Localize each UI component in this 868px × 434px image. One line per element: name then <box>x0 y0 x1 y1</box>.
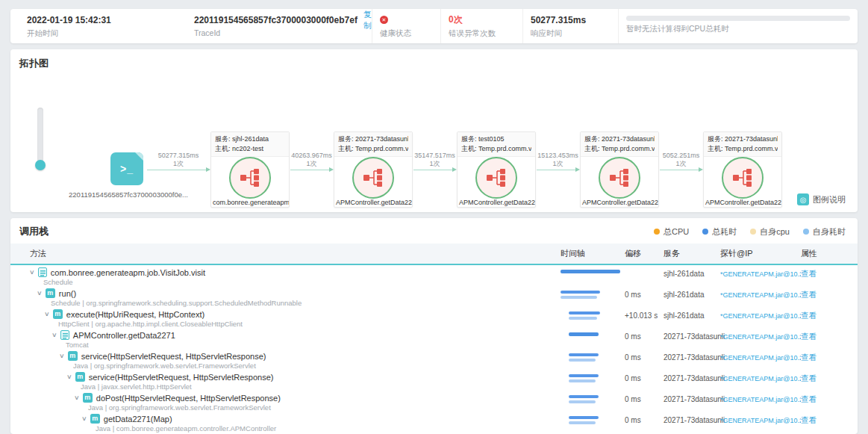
collapse-caret-icon[interactable]: ∨ <box>81 415 87 422</box>
start-time-cell: 2022-01-19 15:42:31 开始时间 <box>10 9 187 43</box>
probe-link[interactable]: *GENERATEAPM.jar@10.241.3.204 <box>720 370 801 382</box>
service-node-icon[interactable] <box>599 157 640 199</box>
table-row[interactable]: ∨ m service(HttpServletRequest, HttpServ… <box>10 349 858 370</box>
probe-link[interactable]: *GENERATEAPM.jar@10.241.3.202 <box>720 286 801 299</box>
node-service: 20271-73datasunli <box>602 135 655 143</box>
legend-item: 自身cpu <box>750 226 790 238</box>
health-status-cell: ✕ 健康状态 <box>372 9 440 43</box>
cpu-total-label: 暂时无法计算得到CPU总耗时 <box>626 24 858 34</box>
legend-item: 自身耗时 <box>803 226 846 238</box>
collapse-caret-icon[interactable]: ∨ <box>44 311 50 317</box>
method-icon: m <box>83 393 93 403</box>
view-link[interactable]: 查看 <box>801 265 838 279</box>
view-link[interactable]: 查看 <box>801 412 838 426</box>
class-icon <box>60 330 69 340</box>
probe-link[interactable]: *GENERATEAPM.jar@10.241.3.204 <box>720 412 801 424</box>
timeline-bar-self <box>569 421 596 424</box>
collapse-caret-icon[interactable]: ∨ <box>51 332 57 338</box>
node-header: 服务: 20271-73datasunli 主机: Temp.prd.comm.… <box>581 132 658 157</box>
table-row[interactable]: ∨ m execute(HttpUriRequest, HttpContext)… <box>10 307 858 328</box>
service-cell: 20271-73datasunli <box>664 370 720 382</box>
legend-button-label: 图例说明 <box>813 194 846 205</box>
col-offset: 偏移 <box>625 248 664 259</box>
view-link[interactable]: 查看 <box>801 328 838 342</box>
col-attr: 属性 <box>801 248 838 259</box>
topology-node[interactable]: 服务: test0105 主机: Temp.prd.comm.vm.by.idc… <box>457 131 536 208</box>
table-row[interactable]: ∨ m APMController.getData2271 Tomcat 0 m… <box>10 328 858 349</box>
collapse-caret-icon[interactable]: ∨ <box>37 290 43 297</box>
edge-line <box>537 170 576 170</box>
probe-link[interactable]: *GENERATEAPM.jar@10.241.3.204 <box>720 328 801 341</box>
node-header: 服务: 20271-73datasunli 主机: Temp.prd.comm.… <box>704 132 781 157</box>
tree-structure-icon <box>487 169 506 187</box>
timeline-bar-total <box>561 270 620 273</box>
offset-cell: 0 ms <box>625 391 664 403</box>
service-node-icon[interactable] <box>475 157 517 199</box>
method-name: doPost(HttpServletRequest, HttpServletRe… <box>96 394 281 403</box>
edge-metrics-label: 50277.315ms 1次 <box>158 152 199 168</box>
view-link[interactable]: 查看 <box>801 349 838 363</box>
topology-zoom-slider[interactable] <box>37 108 43 166</box>
edge-metrics-label: 40263.967ms 1次 <box>291 152 332 168</box>
node-host-prefix: 主机: <box>461 145 477 152</box>
table-row[interactable]: ∨ m getData2271(Map) Java | com.bonree.g… <box>10 412 858 433</box>
topology-node[interactable]: 服务: 20271-73datasunli 主机: Temp.prd.comm.… <box>703 131 782 208</box>
method-name: execute(HttpUriRequest, HttpContext) <box>66 310 204 319</box>
method-cell: ∨ m doPost(HttpServletRequest, HttpServl… <box>30 391 561 412</box>
topology-node[interactable]: 服务: 20271-73datasunli 主机: Temp.prd.comm.… <box>334 131 413 208</box>
trace-id-value: 220119154565857fc3700003000f0eb7ef <box>194 15 357 25</box>
node-host: Temp.prd.comm.vm.by.idc.b... <box>355 145 408 152</box>
cpu-total-cell: 暂时无法计算得到CPU总耗时 <box>618 9 858 43</box>
table-row[interactable]: ∨ m com.bonree.generateapm.job.VisitJob.… <box>10 265 858 286</box>
view-link[interactable]: 查看 <box>801 286 838 300</box>
timeline-bar-self <box>569 317 597 320</box>
method-cell: ∨ m execute(HttpUriRequest, HttpContext)… <box>30 307 561 328</box>
method-subtitle: Java | org.springframework.web.servlet.F… <box>30 362 561 370</box>
edge-line <box>147 170 207 170</box>
tree-structure-icon <box>363 169 383 187</box>
table-row[interactable]: ∨ m doPost(HttpServletRequest, HttpServl… <box>10 391 858 412</box>
method-subtitle: Java | javax.servlet.http.HttpServlet <box>30 382 561 391</box>
service-cell: 20271-73datasunli <box>664 328 720 341</box>
topology-node[interactable]: 服务: sjhl-261data 主机: nc202-test com.bonr… <box>210 131 290 208</box>
table-row[interactable]: ∨ m run() Schedule | org.springframework… <box>10 286 858 307</box>
view-link[interactable]: 查看 <box>801 370 838 384</box>
probe-link[interactable]: *GENERATEAPM.jar@10.241.3.202 <box>720 265 801 278</box>
view-link[interactable]: 查看 <box>801 307 838 321</box>
terminal-script-icon: >_ <box>110 152 143 185</box>
collapse-caret-icon[interactable]: ∨ <box>66 373 72 380</box>
class-icon <box>38 267 47 277</box>
table-row[interactable]: ∨ m service(HttpServletRequest, HttpServ… <box>10 370 858 391</box>
view-link[interactable]: 查看 <box>801 391 838 405</box>
start-time-value: 2022-01-19 15:42:31 <box>27 14 187 25</box>
legend-dot-icon <box>803 229 809 235</box>
service-node-icon[interactable] <box>229 157 271 199</box>
probe-link[interactable]: *GENERATEAPM.jar@10.241.3.204 <box>720 349 801 362</box>
error-count-cell: 0次 错误异常次数 <box>440 9 522 43</box>
collapse-caret-icon[interactable]: ∨ <box>29 269 35 276</box>
method-subtitle: Schedule | org.springframework.schedulin… <box>30 299 561 307</box>
service-node-icon[interactable] <box>722 157 764 199</box>
topology-root-node[interactable]: >_ 220119154565857fc3700003000f0e... <box>110 152 146 187</box>
collapse-caret-icon[interactable]: ∨ <box>74 394 80 401</box>
edge-line <box>660 170 699 170</box>
node-service: sjhl-261data <box>232 135 269 143</box>
method-name: com.bonree.generateapm.job.VisitJob.visi… <box>51 268 205 277</box>
probe-link[interactable]: *GENERATEAPM.jar@10.241.3.202 <box>720 307 801 320</box>
arrow-head-icon <box>452 167 457 172</box>
copy-trace-button[interactable]: 复制 <box>363 9 372 31</box>
method-name: service(HttpServletRequest, HttpServletR… <box>89 373 274 382</box>
col-service: 服务 <box>664 248 720 259</box>
timeline-bars <box>561 286 625 299</box>
timeline-bar-total <box>569 353 599 356</box>
service-node-icon[interactable] <box>352 157 394 199</box>
timeline-bars <box>561 265 625 273</box>
legend-icon: ◎ <box>797 193 809 205</box>
topology-node[interactable]: 服务: 20271-73datasunli 主机: Temp.prd.comm.… <box>580 131 659 208</box>
collapse-caret-icon[interactable]: ∨ <box>59 353 65 359</box>
zoom-slider-handle[interactable] <box>35 160 46 170</box>
legend-help-button[interactable]: ◎ 图例说明 <box>797 193 846 205</box>
node-service: test0105 <box>478 135 505 143</box>
offset-cell: 0 ms <box>625 412 664 424</box>
probe-link[interactable]: *GENERATEAPM.jar@10.241.3.204 <box>720 391 801 403</box>
